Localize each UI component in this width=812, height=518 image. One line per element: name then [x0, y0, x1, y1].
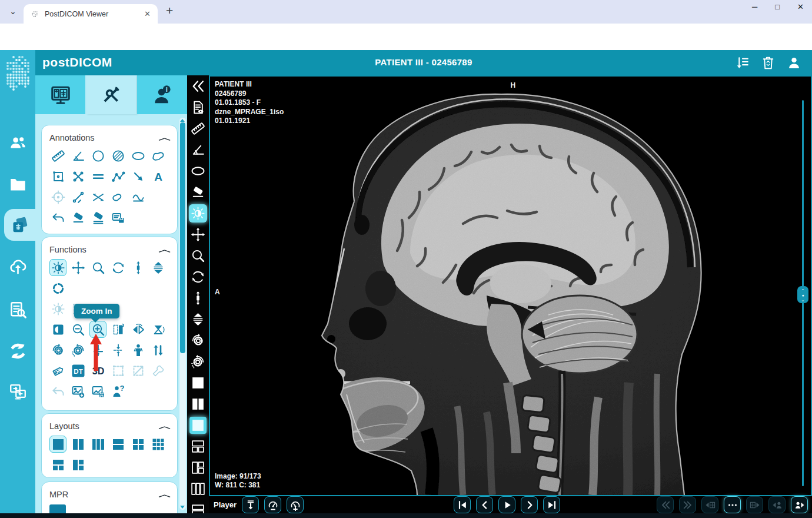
- layout-1-2-tool[interactable]: [187, 436, 209, 457]
- previous-image-button[interactable]: [476, 496, 493, 513]
- freehand-tool[interactable]: [149, 147, 167, 164]
- speed-plus-button[interactable]: [287, 496, 304, 513]
- collapse-chevron-icon[interactable]: ︿: [158, 489, 172, 500]
- layout-9-tool[interactable]: [149, 436, 167, 453]
- probe-tool[interactable]: [69, 188, 86, 205]
- more-options-button[interactable]: [724, 496, 741, 513]
- speed-minus-button[interactable]: [264, 496, 281, 513]
- gear-ccw-tool[interactable]: [187, 330, 209, 351]
- layout-2r-tool[interactable]: [109, 436, 127, 453]
- image-scroll-slider[interactable]: ⌃●⌄: [802, 100, 804, 486]
- layout-next-button[interactable]: [746, 496, 763, 513]
- rotate-tool[interactable]: [187, 266, 209, 287]
- undo-tool[interactable]: [49, 209, 66, 226]
- wl-tool[interactable]: [49, 300, 66, 317]
- angle-tool[interactable]: [187, 139, 209, 160]
- person-q-tool[interactable]: ?: [109, 383, 127, 400]
- compress-v-tool[interactable]: [109, 341, 127, 358]
- patient-tool[interactable]: [129, 341, 147, 358]
- layout-1-2-tool[interactable]: [49, 456, 66, 473]
- angle-tool[interactable]: [69, 147, 86, 164]
- gear-cw-tool[interactable]: [187, 351, 209, 372]
- wl-tool[interactable]: [187, 202, 209, 224]
- pan-tool[interactable]: [69, 259, 86, 276]
- panel-scrollbar[interactable]: [179, 118, 186, 510]
- fix-tool[interactable]: [149, 362, 167, 379]
- scroll-down-icon[interactable]: [180, 506, 185, 509]
- scroll-up-icon[interactable]: [180, 119, 185, 122]
- gear-ccw-tool[interactable]: [49, 341, 66, 358]
- prev-series-button[interactable]: [657, 496, 674, 513]
- sidebar-item-user-group[interactable]: [0, 127, 35, 158]
- blob-tool[interactable]: [109, 188, 127, 205]
- image-viewport[interactable]: PATIENT III0245678901.01.1853 - Fdzne_MP…: [209, 75, 812, 496]
- last-image-button[interactable]: [543, 496, 560, 513]
- dt-tool[interactable]: DT: [69, 362, 86, 379]
- new-tab-button[interactable]: +: [166, 4, 173, 18]
- layout-1-tool[interactable]: [49, 436, 66, 453]
- scroll-v-tool[interactable]: [187, 287, 209, 308]
- next-series-button[interactable]: [679, 496, 696, 513]
- tab-search-button[interactable]: ⌄: [6, 5, 20, 19]
- account-icon[interactable]: [787, 55, 801, 70]
- ruler-tool[interactable]: [187, 118, 209, 139]
- layout-2c-tool[interactable]: [187, 393, 209, 414]
- rect-roi-tool[interactable]: [49, 168, 66, 185]
- sidebar-item-remote-transfer[interactable]: [0, 375, 35, 407]
- layout-rows-tool[interactable]: [187, 499, 209, 513]
- panel-tab-tools[interactable]: [86, 75, 137, 114]
- layout-1-tool[interactable]: [187, 372, 209, 393]
- window-minimize-button[interactable]: ─: [752, 2, 757, 11]
- layout-prev-button[interactable]: [701, 496, 718, 513]
- recycle-bin-icon[interactable]: [761, 55, 776, 70]
- flip-b-tool[interactable]: [149, 321, 167, 338]
- cine-export-button[interactable]: [242, 496, 259, 513]
- magnify-tool[interactable]: [187, 245, 209, 266]
- patient-prev-button[interactable]: [768, 496, 786, 513]
- zoom-out-tool[interactable]: [69, 321, 86, 338]
- collapse-chevron-icon[interactable]: ︿: [158, 132, 172, 144]
- dashed-rect-tool[interactable]: [109, 362, 127, 379]
- polyline-tool[interactable]: [109, 168, 127, 185]
- img-down-tool[interactable]: [69, 383, 86, 400]
- layout-l-2-tool[interactable]: [187, 457, 209, 478]
- window-close-button[interactable]: ✕: [797, 2, 804, 11]
- eraser-tool[interactable]: [69, 209, 86, 226]
- text-a-tool[interactable]: A: [149, 168, 167, 185]
- img-save-tool[interactable]: [89, 383, 107, 400]
- cobb-tool[interactable]: [89, 188, 107, 205]
- sidebar-item-folder[interactable]: [0, 168, 35, 200]
- flip-h-tool[interactable]: [109, 321, 127, 338]
- ellipse-tool[interactable]: [187, 160, 209, 181]
- first-image-button[interactable]: [454, 496, 471, 513]
- next-image-button[interactable]: [521, 496, 538, 513]
- sidebar-item-worklist-search[interactable]: [0, 294, 35, 326]
- target-tool[interactable]: [49, 188, 66, 205]
- rotate-tool[interactable]: [109, 259, 127, 276]
- cross-tool[interactable]: [69, 168, 86, 185]
- panel-tab-monitor-xray[interactable]: [35, 75, 85, 114]
- gear-cw-tool[interactable]: [69, 341, 86, 358]
- play-button[interactable]: [498, 496, 515, 513]
- layout-1-tool[interactable]: [187, 414, 209, 436]
- crop-x-tool[interactable]: [129, 362, 147, 379]
- flip-v-tool[interactable]: [129, 321, 147, 338]
- circle-hatch-tool[interactable]: [109, 147, 127, 164]
- tag-tool[interactable]: [49, 362, 66, 379]
- save-annot-tool[interactable]: [109, 209, 127, 226]
- collapse-chevron-icon[interactable]: ︿: [158, 421, 172, 432]
- window-maximize-button[interactable]: □: [775, 2, 780, 11]
- sort-list-icon[interactable]: [735, 55, 750, 70]
- stack-tool[interactable]: [149, 259, 167, 276]
- spline-tool[interactable]: [129, 188, 147, 205]
- slider-handle[interactable]: ⌃●⌄: [797, 286, 808, 303]
- layout-2c-tool[interactable]: [69, 436, 86, 453]
- collapse-chevron-icon[interactable]: ︿: [158, 244, 172, 255]
- eraser-all-tool[interactable]: [89, 209, 107, 226]
- sidebar-item-cloud-upload[interactable]: [0, 250, 35, 282]
- browser-tab[interactable]: PostDICOM Viewer ✕: [24, 4, 158, 24]
- invert-tool[interactable]: [49, 321, 66, 338]
- panel-tab-person-info[interactable]: i: [137, 75, 187, 114]
- localizer-tool[interactable]: [49, 280, 66, 297]
- eraser-tool[interactable]: [187, 181, 209, 202]
